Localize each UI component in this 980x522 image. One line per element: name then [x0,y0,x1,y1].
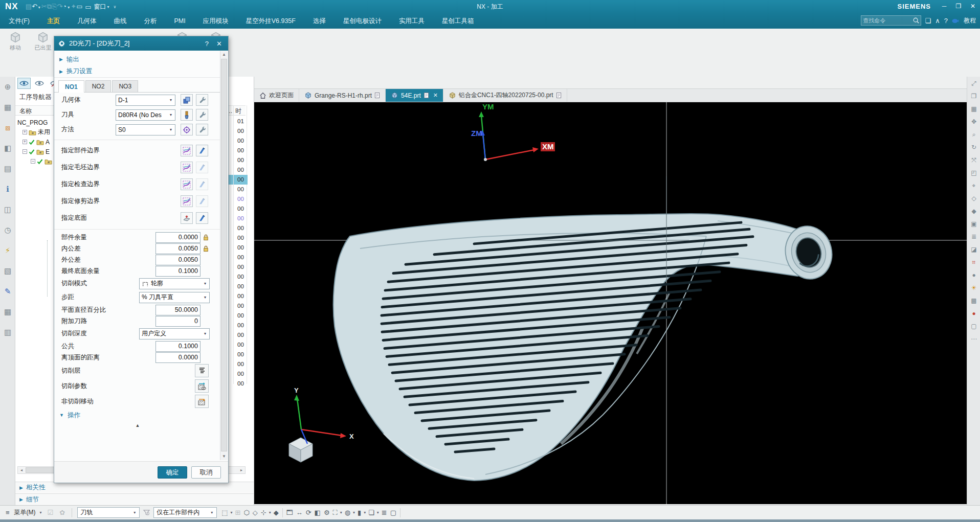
tree-item-A[interactable]: +≡A [23,137,50,147]
time-cell[interactable]: 00 [234,126,248,136]
time-cell[interactable]: 00 [234,291,248,301]
menu-icon[interactable]: ≡ [4,509,11,516]
tree-item-E[interactable]: −≡E [23,147,50,156]
time-cell[interactable]: 00 [234,369,248,379]
dialog-scrollbar-thumb[interactable] [221,59,227,451]
gear-cube-icon[interactable]: ⚙ [322,509,331,516]
history-icon[interactable]: ◔ [62,3,66,10]
指定检查边界-edit-button[interactable] [196,178,208,190]
plane-select-icon-caret[interactable]: ▾ [269,510,271,515]
ribbon-tab-星空外挂V6.935F[interactable]: 星空外挂V6.935F [237,13,304,29]
dock-icon[interactable]: ⤢ [967,77,980,89]
ribbon-tab-主页[interactable]: 主页 [38,13,69,29]
dialog-close-button[interactable]: ✕ [214,40,224,48]
snap-icon[interactable]: ⌖ [967,179,980,192]
cancel-button[interactable]: 取消 [191,466,221,479]
graphics-viewport[interactable]: YM ZM XM Y X [254,102,967,504]
time-cell[interactable]: 00 [234,272,248,282]
cut-mode-combo[interactable]: 轮廓▾ [139,278,210,289]
最终底面余量-input[interactable] [155,266,201,277]
部件余量-input[interactable] [155,232,201,243]
ribbon-tab-选择[interactable]: 选择 [304,13,335,29]
history-icon-caret[interactable]: ▾ [68,5,70,10]
material-icon[interactable]: ● [967,268,980,281]
undo-icon-caret[interactable]: ▾ [38,5,40,10]
polygon-select-icon[interactable]: ⬡ [242,509,251,516]
roles-icon[interactable]: ✎ [0,281,15,302]
time-cell[interactable]: 00 [234,194,248,204]
fit-window-icon[interactable]: ↔ [295,509,304,516]
snap-point-icon[interactable]: ⊞ [233,509,242,516]
touch-select-icon[interactable]: ✿ [58,509,66,516]
tool-change-section[interactable]: ▶换刀设置 [54,65,221,78]
指定底面-edit-button[interactable] [196,212,208,224]
layers-icon[interactable]: ≣ [967,230,980,243]
wireframe-icon[interactable]: ◇ [967,192,980,205]
time-cell[interactable]: 00 [234,330,248,340]
constraint-navigator-icon[interactable]: ⧈ [0,118,15,138]
附加刀路-input[interactable] [155,316,201,327]
minimize-ribbon-icon[interactable]: ∧ [935,17,940,25]
copy-display-icon-caret[interactable]: ▾ [377,510,379,515]
内公差-input[interactable] [155,243,201,254]
ribbon-tab-星创工具箱[interactable]: 星创工具箱 [433,13,483,29]
selection-scope-icon[interactable]: ⬚ [220,509,229,516]
time-cell[interactable]: 00 [234,340,248,350]
selection-scope-icon-caret[interactable]: ▾ [230,510,232,515]
cascade-icon[interactable]: ❐ [967,89,980,102]
fit-icon[interactable]: ⤧ [967,153,980,166]
menu-caret-icon[interactable]: ▾ [40,510,42,515]
指定毛坯边界-edit-button[interactable] [196,162,208,173]
process-studio-icon[interactable]: ⚡ [0,240,15,261]
layer-settings-icon[interactable]: ≣ [380,509,389,516]
lock-icon[interactable] [202,232,210,243]
help-icon[interactable]: ? [944,17,948,25]
selection-type-combo[interactable]: 刀轨 ▾ [77,507,140,518]
指定底面-select-button[interactable] [181,212,193,224]
切削参数-button[interactable] [195,379,209,393]
cut-depth-combo[interactable]: 用户定义▾ [139,328,210,339]
time-cell[interactable]: 00 [234,243,248,253]
dialog-tab-NO1[interactable]: NO1 [58,80,84,93]
fullscreen-icon[interactable]: ❏ [925,17,931,25]
mcs-visibility-icon[interactable] [17,78,31,89]
browser-icon[interactable]: ◫ [0,199,15,220]
machining-wizard-icon[interactable]: ▧ [0,261,15,281]
grid-icon[interactable]: ▩ [967,294,980,307]
几何体-combo[interactable]: D-1▾ [116,95,175,106]
view-ops-icon[interactable]: ▦ [967,102,980,115]
cube-select-icon[interactable]: ◇ [251,509,259,516]
time-cell[interactable]: 00 [234,155,248,165]
shaded-icon[interactable]: ◆ [967,205,980,217]
window-menu-label[interactable]: 窗口 [94,3,106,11]
window-menu-icon[interactable]: ▭ [82,3,94,11]
指定修剪边界-edit-button[interactable] [196,195,208,207]
ok-button[interactable]: 确定 [158,466,187,479]
search-icon[interactable] [912,17,920,24]
ribbon-button-已出里[interactable]: 已出里 [30,31,56,67]
minimize-button[interactable]: ─ [937,0,951,12]
time-cell[interactable]: 00 [234,301,248,311]
check-select-icon[interactable]: ☑ [46,509,55,516]
刀具-combo[interactable]: D80R4 (No Des▾ [116,109,175,121]
close-tab-icon[interactable]: ✕ [433,92,438,99]
time-cell[interactable]: 00 [234,262,248,272]
section-icon[interactable]: ◪ [967,243,980,256]
平面直径百分比-input[interactable] [155,305,201,315]
selection-scope-combo[interactable]: 仅在工作部件内 ▾ [153,507,217,518]
zoom-icon[interactable]: ⌕ [967,128,980,141]
cut-icon[interactable]: ✂ [41,3,47,10]
方法-edit-button[interactable] [181,124,193,135]
cylinder-view-icon-caret[interactable]: ▾ [364,510,366,515]
orient-icon[interactable]: ◰ [967,166,980,179]
指定部件边界-select-button[interactable] [181,145,193,156]
measure-icon[interactable]: ⌗ [967,256,980,268]
work-cube-icon[interactable]: ▢ [389,509,398,516]
ribbon-tab-星创电极设计[interactable]: 星创电极设计 [335,13,390,29]
time-cell[interactable]: 00 [234,233,248,243]
selection-icon[interactable]: ⊕ [0,77,15,97]
time-cell[interactable]: 01 [234,117,248,126]
指定毛坯边界-select-button[interactable] [181,162,193,173]
history-icon[interactable]: ◷ [0,220,15,240]
more-icon[interactable]: ⋯ [967,332,980,345]
